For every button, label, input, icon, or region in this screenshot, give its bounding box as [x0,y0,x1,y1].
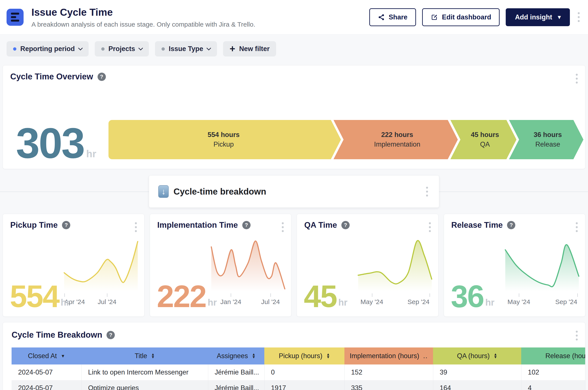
stat-cards-row: Pickup Time ? Apr '24Jul '24 554 hr Impl… [3,214,585,317]
pickup-time-card: Pickup Time ? Apr '24Jul '24 554 hr [3,214,145,317]
cell-closed-at: 2024-05-07 [11,380,81,390]
column-header-pickup[interactable]: Pickup (hours)▲▼ [264,347,344,364]
stat-number: 36 [451,285,484,308]
help-icon[interactable]: ? [507,221,515,229]
cell-qa: 39 [433,364,521,380]
cell-title: Optimize queries [81,380,208,390]
stat-unit: hr [61,297,70,308]
dashboard-menu-button[interactable] [6,9,24,26]
table-title: Cycle Time Breakdown [11,330,102,340]
cell-pickup: 0 [264,364,344,380]
chevron-down-icon: ▾ [558,14,561,20]
axis-tick-mark [372,293,372,297]
axis-tick-mark [577,293,578,297]
chevron-down-icon [138,46,143,50]
segment-hours: 36 hours [534,131,562,139]
cell-pickup: 1917 [264,380,344,390]
axis-tick-label: Sep '24 [408,298,429,306]
help-icon[interactable]: ? [242,221,251,229]
card-overflow-menu[interactable] [574,221,580,234]
share-button[interactable]: Share [369,8,416,26]
stat-value: 45 hr [304,285,347,308]
stat-value: 36 hr [451,285,495,308]
cycle-time-overview-card: Cycle Time Overview ? 303 hr 554 hours P… [3,65,585,169]
axis-tick-mark [519,293,519,297]
column-header-title[interactable]: Title▲▼ [81,347,208,364]
funnel-segment-qa: 45 hours QA [450,120,517,159]
filter-issue-type[interactable]: Issue Type [155,41,217,56]
share-label: Share [389,13,408,21]
sort-icon: ▲▼ [494,353,497,359]
card-title: QA Time [304,221,337,230]
help-icon[interactable]: ? [98,73,106,81]
header-titles: Issue Cycle Time A breakdown analysis of… [31,6,255,28]
sort-icon: ▲▼ [326,353,330,359]
filter-label: Reporting period [20,45,75,53]
banner-overflow-menu[interactable] [424,185,430,198]
banner-title: Cycle-time breakdown [173,187,266,196]
menu-icon [11,13,19,22]
help-icon[interactable]: ? [341,221,350,229]
total-value: 303 [16,127,84,160]
stat-value: 554 hr [10,285,70,308]
card-overflow-menu[interactable] [574,329,580,342]
cell-qa: 164 [433,380,521,390]
card-overflow-menu[interactable] [427,221,432,234]
column-header-qa[interactable]: QA (hours)▲▼ [433,347,521,364]
table-row[interactable]: 2024-05-07 Optimize queries Jérémie Bail… [11,380,585,390]
funnel-segment-release: 36 hours Release [509,120,584,159]
filter-reporting-period[interactable]: Reporting period [6,41,89,56]
total-cycle-time: 303 hr [16,127,96,160]
table-header-row: Closed At▼ Title▲▼ Assignees▲▼ Pickup (h… [11,347,585,364]
card-title: Pickup Time [10,221,58,230]
funnel-segment-pickup: 554 hours Pickup [108,120,341,159]
stat-number: 45 [304,285,337,308]
sort-icon: .. [423,352,428,360]
cell-release: 102 [521,364,585,380]
header-overflow-menu[interactable] [576,10,582,24]
top-bar: Issue Cycle Time A breakdown analysis of… [0,0,588,35]
column-header-release[interactable]: Release (hours) [521,347,585,364]
card-overflow-menu[interactable] [574,72,580,85]
card-overflow-menu[interactable] [280,221,285,234]
share-icon [378,14,385,21]
release-time-card: Release Time ? May '24Sep '24 36 hr [444,214,586,317]
axis-tick-label: Jul '24 [98,298,116,306]
card-overflow-menu[interactable] [133,221,139,234]
segment-name: Pickup [214,141,234,148]
filter-projects[interactable]: Projects [95,41,149,56]
axis-tick-mark [429,293,430,297]
segment-name: Release [535,141,560,148]
stat-unit: hr [208,297,217,308]
filter-active-dot [13,47,16,50]
x-axis: May '24Sep '24 [505,293,580,307]
cell-closed-at: 2024-05-07 [11,364,81,380]
help-icon[interactable]: ? [62,221,70,229]
edit-dashboard-button[interactable]: Edit dashboard [422,8,500,26]
cell-implementation: 335 [344,380,433,390]
stat-unit: hr [485,297,494,308]
implementation-time-card: Implementation Time ? Jan '24Jul '24 222… [150,214,292,317]
filter-label: Issue Type [169,45,203,53]
column-header-assignees[interactable]: Assignees▲▼ [208,347,264,364]
page-subtitle: A breakdown analysis of each issue stage… [31,21,255,28]
column-header-implementation[interactable]: Implementation (hours).. [344,347,433,364]
implementation-sparkline-chart [211,239,285,291]
qa-sparkline-chart [358,239,432,291]
cycle-time-breakdown-banner: ↓ Cycle-time breakdown [149,175,439,208]
banner-row: ↓ Cycle-time breakdown [0,175,588,208]
x-axis: Apr '24Jul '24 [63,293,138,307]
help-icon[interactable]: ? [107,331,115,339]
filter-bar: Reporting period Projects Issue Type + N… [0,35,588,56]
axis-tick-mark [270,293,271,297]
sort-icon: ▲▼ [151,353,155,359]
column-header-closed-at[interactable]: Closed At▼ [11,347,81,364]
x-axis: Jan '24Jul '24 [211,293,285,307]
new-filter-button[interactable]: + New filter [223,41,276,56]
add-insight-button[interactable]: Add insight ▾ [506,8,570,26]
table-row[interactable]: 2024-05-07 Link to open Intercom Messeng… [11,364,585,380]
axis-tick-label: May '24 [507,298,530,306]
card-title: Cycle Time Overview [10,72,93,81]
stat-unit: hr [338,297,347,308]
total-unit: hr [86,148,96,160]
